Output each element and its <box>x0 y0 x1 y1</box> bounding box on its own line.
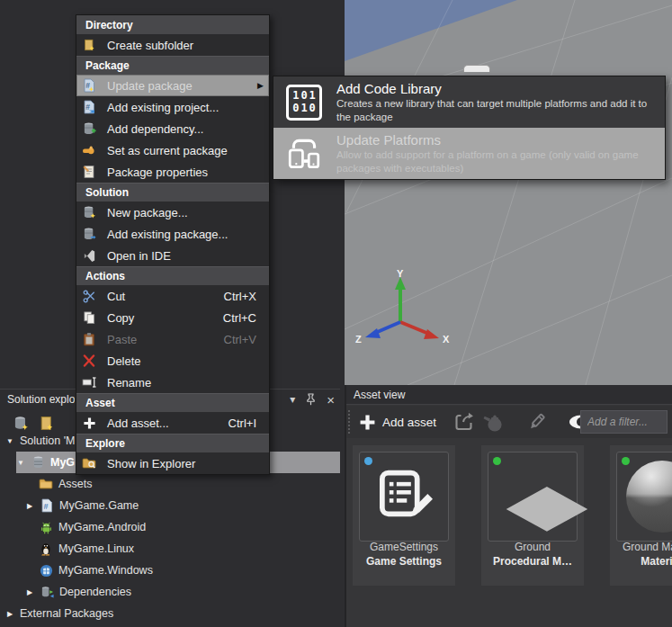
asset-view-titlebar[interactable]: Asset view <box>346 385 672 405</box>
game-editor-window: Y X Z Solution explo ▾ × <box>0 0 672 627</box>
menu-item-new-package[interactable]: New package... <box>76 202 269 223</box>
pointing-hand-icon <box>82 143 96 157</box>
submenu-item-title: Update Platforms <box>336 132 653 148</box>
menu-item-show-in-explorer[interactable]: Show in Explorer <box>76 452 269 474</box>
menu-item-add-asset[interactable]: Add asset... Ctrl+I <box>76 412 269 434</box>
code-project-icon: # <box>40 498 54 513</box>
submenu-item-description: Allow to add support for a platform on a… <box>336 148 653 175</box>
properties-icon <box>82 165 96 179</box>
tree-item-dependencies[interactable]: ▶ Dependencies <box>25 581 131 603</box>
add-existing-project-icon: # <box>82 100 96 114</box>
package-icon <box>31 455 45 470</box>
create-subfolder-icon <box>82 38 96 52</box>
teapot-icon[interactable] <box>481 412 506 433</box>
ide-logo-icon <box>82 248 96 263</box>
delete-x-icon <box>82 354 96 368</box>
expander-down-icon[interactable]: ▼ <box>5 437 14 445</box>
tree-item-assets[interactable]: Assets <box>39 473 93 495</box>
edit-pencil-icon[interactable] <box>525 411 548 433</box>
menu-section-actions: Actions <box>76 266 269 285</box>
show-in-explorer-icon <box>82 456 96 470</box>
devices-icon <box>284 134 324 174</box>
asset-view-toolbar: Add asset <box>346 406 672 438</box>
menu-item-open-in-ide[interactable]: Open in IDE <box>76 245 269 266</box>
submenu-arrow-icon: ▶ <box>257 81 264 90</box>
settings-document-icon <box>376 469 434 526</box>
axis-z-label: Z <box>355 334 362 345</box>
menu-item-package-properties[interactable]: Package properties <box>76 161 269 183</box>
asset-view-title: Asset view <box>354 389 405 401</box>
panel-menu-chevron-icon[interactable]: ▾ <box>290 394 295 405</box>
copy-icon <box>82 310 96 325</box>
plus-icon <box>82 416 96 430</box>
menu-section-solution: Solution <box>76 183 269 202</box>
submenu-item-add-code-library[interactable]: 101010 Add Code Library Creates a new li… <box>273 76 665 128</box>
asset-tile-ground-material[interactable]: Ground Material Material <box>610 445 672 586</box>
toolbar-grip[interactable] <box>348 410 354 434</box>
menu-item-rename[interactable]: Rename <box>76 372 269 393</box>
asset-type: Procedural M… <box>481 555 584 568</box>
asset-name: Ground Material <box>610 541 672 553</box>
submenu-item-title: Add Code Library <box>336 81 653 97</box>
tree-item-solution[interactable]: ▼ Solution 'M <box>5 430 75 452</box>
context-menu: Directory Create subfolder Package # Upd… <box>76 14 270 475</box>
menu-item-update-package[interactable]: # Update package ▶ <box>76 75 269 96</box>
rename-icon <box>82 375 96 390</box>
expander-down-icon[interactable]: ▼ <box>16 459 25 467</box>
asset-name: GameSettings <box>353 541 455 553</box>
asset-name: Ground <box>481 541 584 553</box>
menu-section-package: Package <box>76 56 269 75</box>
axis-x-label: X <box>443 334 450 345</box>
menu-item-add-dependency[interactable]: Add dependency... <box>76 118 269 139</box>
tree-item-mygame-linux[interactable]: MyGame.Linux <box>39 538 134 560</box>
tree-item-mygame-android[interactable]: MyGame.Android <box>39 516 146 538</box>
new-package-icon <box>82 205 96 219</box>
tree-item-mygame-windows[interactable]: MyGame.Windows <box>39 560 153 581</box>
menu-item-copy[interactable]: Copy Ctrl+C <box>76 307 269 328</box>
menu-section-asset: Asset <box>76 393 269 412</box>
folder-icon <box>39 477 53 491</box>
menu-item-paste[interactable]: Paste Ctrl+V <box>76 328 269 350</box>
scene-viewport[interactable]: Y X Z <box>345 0 672 385</box>
tree-item-package-mygame[interactable]: ▼ MyG <box>16 452 75 473</box>
dependencies-icon <box>40 585 54 599</box>
binary-code-icon: 101010 <box>284 83 324 122</box>
axis-gizmo: Y X Z <box>354 268 454 354</box>
menu-item-delete[interactable]: Delete <box>76 350 269 372</box>
export-asset-icon[interactable] <box>452 411 475 433</box>
asset-thumbnail <box>359 452 449 542</box>
viewport-collapse-handle[interactable] <box>463 65 490 72</box>
menu-item-set-as-current-package[interactable]: Set as current package <box>76 139 269 161</box>
add-existing-package-icon <box>82 227 96 241</box>
expander-right-icon[interactable]: ▶ <box>25 502 34 510</box>
menu-item-cut[interactable]: Cut Ctrl+X <box>76 285 269 307</box>
panel-close-icon[interactable]: × <box>327 393 335 407</box>
menu-section-directory: Directory <box>76 15 269 34</box>
tree-item-external-packages[interactable]: ▶ External Packages <box>5 603 113 624</box>
asset-filter-input[interactable] <box>580 410 668 434</box>
submenu-item-update-platforms[interactable]: Update Platforms Allow to add support fo… <box>273 128 665 179</box>
panel-pin-icon[interactable] <box>306 393 316 406</box>
menu-section-explore: Explore <box>76 434 269 452</box>
update-package-submenu: 101010 Add Code Library Creates a new li… <box>273 76 666 180</box>
axis-y-label: Y <box>397 268 404 279</box>
tree-item-mygame-game[interactable]: ▶ # MyGame.Game <box>25 495 139 516</box>
svg-text:#: # <box>43 502 48 511</box>
asset-view-panel: Asset view Add asset <box>345 385 672 627</box>
asset-tile-gamesettings[interactable]: GameSettings Game Settings <box>353 445 455 586</box>
cut-scissors-icon <box>82 289 96 303</box>
update-package-icon: # <box>82 78 96 93</box>
asset-tile-ground[interactable]: Ground Procedural M… <box>481 445 584 586</box>
menu-item-add-existing-project[interactable]: # Add existing project... <box>76 96 269 118</box>
svg-text:#: # <box>85 81 90 90</box>
asset-thumbnail <box>488 452 578 542</box>
menu-item-create-subfolder[interactable]: Create subfolder <box>76 34 269 56</box>
new-package-icon[interactable] <box>13 415 29 431</box>
linux-penguin-icon <box>39 542 53 556</box>
create-subfolder-toolbar-icon[interactable] <box>38 415 54 431</box>
paste-clipboard-icon <box>82 332 96 346</box>
menu-item-add-existing-package[interactable]: Add existing package... <box>76 223 269 245</box>
expander-right-icon[interactable]: ▶ <box>5 610 14 618</box>
expander-right-icon[interactable]: ▶ <box>25 588 34 596</box>
add-asset-button[interactable]: Add asset <box>359 414 436 431</box>
